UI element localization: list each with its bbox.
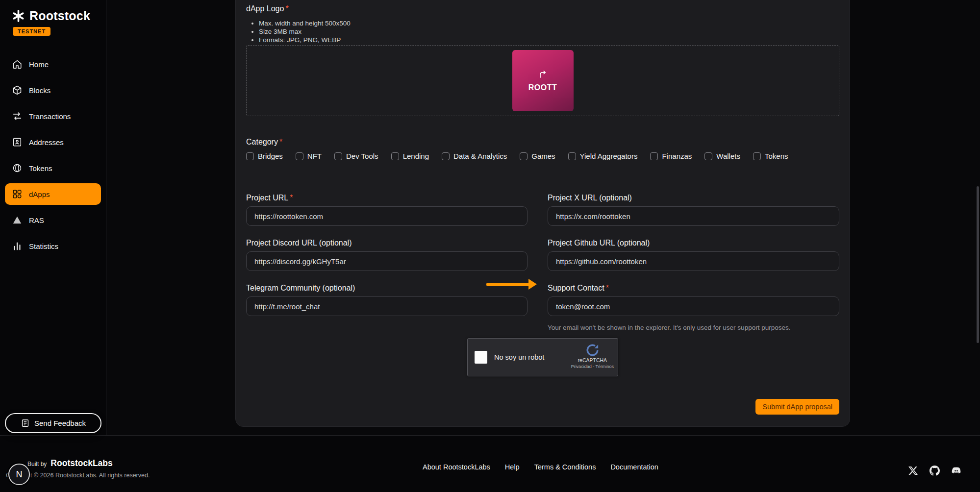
category-option-label: NFT xyxy=(307,152,322,160)
url-fields-grid: Project URL* Project X URL (optional) Pr… xyxy=(246,194,839,331)
sidebar-item-tokens[interactable]: Tokens xyxy=(5,157,101,179)
logo-rule: Size 3MB max xyxy=(259,27,839,36)
category-option-wallets[interactable]: Wallets xyxy=(704,152,740,160)
checkbox-icon[interactable] xyxy=(704,152,712,160)
ras-icon xyxy=(12,215,23,225)
annotation-arrow-head xyxy=(528,279,537,290)
sidebar-item-label: RAS xyxy=(29,216,44,224)
logo-upload-area[interactable]: ROOTT xyxy=(246,45,839,116)
checkbox-icon[interactable] xyxy=(334,152,342,160)
project-discord-url-input[interactable] xyxy=(246,251,528,271)
checkbox-icon[interactable] xyxy=(650,152,658,160)
recaptcha-widget: No soy un robot reCAPTCHA Privacidad - T… xyxy=(467,338,618,376)
submit-dapp-proposal-button[interactable]: Submit dApp proposal xyxy=(755,399,839,415)
home-icon xyxy=(12,59,23,70)
field-label: Project X URL (optional) xyxy=(548,194,632,202)
sidebar-item-label: Statistics xyxy=(29,242,58,250)
sidebar-item-label: Addresses xyxy=(29,138,64,147)
footer-link-documentation[interactable]: Documentation xyxy=(610,463,658,471)
github-icon[interactable] xyxy=(929,465,940,476)
sidebar-item-label: Blocks xyxy=(29,86,50,95)
sidebar-item-dapps[interactable]: dApps xyxy=(5,183,101,205)
required-marker: * xyxy=(285,4,288,13)
field-project-github-url: Project Github URL (optional) xyxy=(548,239,839,271)
checkbox-icon[interactable] xyxy=(442,152,450,160)
category-option-label: Yield Aggregators xyxy=(580,152,638,160)
sidebar-item-blocks[interactable]: Blocks xyxy=(5,79,101,101)
logo-preview: ROOTT xyxy=(512,50,574,111)
category-option-games[interactable]: Games xyxy=(520,152,555,160)
category-option-label: Data & Analytics xyxy=(453,152,507,160)
category-label: Category* xyxy=(246,138,839,147)
brand[interactable]: Rootstock xyxy=(0,9,106,23)
recaptcha-label: No soy un robot xyxy=(494,353,544,361)
built-by-label: Built by xyxy=(27,461,47,467)
category-option-nft[interactable]: NFT xyxy=(296,152,322,160)
sidebar-item-ras[interactable]: RAS xyxy=(5,209,101,231)
sidebar-item-addresses[interactable]: Addresses xyxy=(5,131,101,153)
testnet-badge: TESTNET xyxy=(13,27,50,36)
dapp-logo-label-text: dApp Logo xyxy=(246,4,284,13)
category-label-text: Category xyxy=(246,138,278,146)
footer-link-terms[interactable]: Terms & Conditions xyxy=(534,463,596,471)
annotation-arrow-icon xyxy=(486,279,537,290)
dapp-logo-label: dApp Logo* xyxy=(246,4,839,13)
send-feedback-button[interactable]: Send Feedback xyxy=(5,413,101,433)
checkbox-icon[interactable] xyxy=(296,152,303,160)
telegram-community-input[interactable] xyxy=(246,296,528,316)
support-contact-input[interactable] xyxy=(548,296,839,316)
category-option-data-analytics[interactable]: Data & Analytics xyxy=(442,152,507,160)
scrollbar[interactable] xyxy=(977,186,979,343)
x-icon[interactable] xyxy=(907,465,918,476)
footer-link-help[interactable]: Help xyxy=(505,463,520,471)
checkbox-icon[interactable] xyxy=(246,152,254,160)
category-option-tokens[interactable]: Tokens xyxy=(753,152,788,160)
checkbox-icon[interactable] xyxy=(753,152,761,160)
required-marker: * xyxy=(290,194,293,202)
addresses-icon xyxy=(12,137,23,148)
field-label: Project Github URL (optional) xyxy=(548,239,650,247)
recaptcha-checkbox[interactable] xyxy=(475,351,487,364)
rootstocklabs-wordmark[interactable]: RootstockLabs xyxy=(50,458,112,468)
feedback-icon xyxy=(21,418,30,428)
category-option-finanzas[interactable]: Finanzas xyxy=(650,152,692,160)
sidebar-item-label: Tokens xyxy=(29,164,52,172)
recaptcha-logo-icon xyxy=(585,343,600,357)
statistics-icon xyxy=(12,241,23,251)
project-github-url-input[interactable] xyxy=(548,251,839,271)
sidebar-item-label: Home xyxy=(29,60,49,69)
checkbox-icon[interactable] xyxy=(568,152,576,160)
send-feedback-label: Send Feedback xyxy=(34,419,86,427)
avatar[interactable]: N xyxy=(8,464,30,485)
support-contact-helper-text: Your email won't be shown in the explore… xyxy=(548,324,839,331)
checkbox-icon[interactable] xyxy=(391,152,399,160)
discord-icon[interactable] xyxy=(951,465,961,476)
field-support-contact: Support Contact* Your email won't be sho… xyxy=(548,284,839,331)
category-option-label: Dev Tools xyxy=(346,152,378,160)
sidebar-item-home[interactable]: Home xyxy=(5,53,101,75)
transactions-icon xyxy=(12,111,23,122)
footer-link-about[interactable]: About RootstockLabs xyxy=(423,463,490,471)
built-by-block: Built by RootstockLabs xyxy=(27,458,113,468)
category-option-lending[interactable]: Lending xyxy=(391,152,429,160)
category-option-yield-aggregators[interactable]: Yield Aggregators xyxy=(568,152,638,160)
sidebar-item-statistics[interactable]: Statistics xyxy=(5,235,101,257)
recaptcha-terms-link[interactable]: Privacidad - Términos xyxy=(571,364,614,369)
field-label: Telegram Community (optional) xyxy=(246,284,355,292)
category-option-label: Lending xyxy=(403,152,429,160)
category-option-label: Finanzas xyxy=(662,152,692,160)
sidebar-item-transactions[interactable]: Transactions xyxy=(5,105,101,127)
project-x-url-input[interactable] xyxy=(548,206,839,226)
field-project-discord-url: Project Discord URL (optional) xyxy=(246,239,528,271)
category-option-dev-tools[interactable]: Dev Tools xyxy=(334,152,378,160)
annotation-arrow-shaft xyxy=(486,283,529,286)
recaptcha-brand-block: reCAPTCHA Privacidad - Términos xyxy=(571,343,614,369)
project-url-input[interactable] xyxy=(246,206,528,226)
logo-rule: Max. width and height 500x500 xyxy=(259,19,839,27)
dapp-proposal-form-card: dApp Logo* Max. width and height 500x500… xyxy=(235,0,850,427)
logo-rule: Formats: JPG, PNG, WEBP xyxy=(259,36,839,44)
field-label: Project Discord URL (optional) xyxy=(246,239,352,247)
checkbox-icon[interactable] xyxy=(520,152,528,160)
submit-row: Submit dApp proposal xyxy=(246,399,839,415)
category-option-bridges[interactable]: Bridges xyxy=(246,152,283,160)
